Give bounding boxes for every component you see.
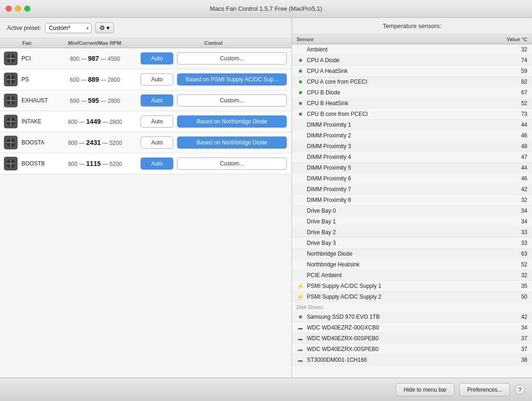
disk-name: WDC WD40EZRZ-00GXCB0 (307, 324, 495, 331)
disk-name: WDC WD40EZRX-00SPEB0 (307, 335, 495, 342)
sensor-name: DIMM Proximity 5 (307, 165, 495, 171)
custom-button[interactable]: Custom... (177, 94, 287, 107)
fan-name: INTAKE (21, 118, 54, 125)
sensor-name: CPU A Diode (307, 57, 495, 64)
sensor-value: 32 (495, 46, 527, 53)
fan-rpm: 800 — 2431 — 5200 (54, 139, 136, 146)
sensor-value: 73 (495, 111, 527, 117)
sensor-value: 33 (495, 229, 527, 236)
auto-button[interactable]: Auto (141, 73, 173, 86)
sensor-icon: ■ (297, 89, 304, 96)
fan-row: BOOSTA800 — 2431 — 5200AutoBased on Nort… (0, 132, 291, 153)
fan-name: PCI (21, 55, 54, 62)
fan-row: BOOSTB800 — 1115 — 5200AutoCustom... (0, 153, 291, 174)
sensor-icon (297, 121, 304, 129)
sensor-row: DIMM Proximity 447 (292, 152, 532, 163)
fan-control-cell: AutoCustom... (136, 94, 291, 107)
sensor-row: ⚡PSMI Supply AC/DC Supply 135 (292, 281, 532, 292)
sensor-icon (297, 186, 304, 193)
sensor-row: DIMM Proximity 832 (292, 195, 532, 206)
svg-point-11 (10, 121, 12, 123)
fan-icon (2, 113, 19, 130)
fan-icon (2, 134, 19, 151)
preset-select[interactable]: Custom* Auto Custom (45, 23, 92, 33)
sensor-icon (297, 175, 304, 182)
maximize-button[interactable] (24, 6, 30, 12)
sensor-row: PCIE Ambient32 (292, 270, 532, 281)
auto-button[interactable]: Auto (141, 52, 173, 64)
auto-button[interactable]: Auto (141, 94, 173, 107)
sensor-value: 48 (495, 143, 527, 150)
sensor-icon (297, 196, 304, 204)
window-title: Macs Fan Control 1.5.7 Free (MacPro5,1) (210, 5, 322, 12)
fan-icon (2, 50, 19, 67)
minimize-button[interactable] (15, 6, 21, 12)
disk-value: 34 (495, 324, 527, 331)
sensor-value: 74 (495, 57, 527, 64)
sensor-button[interactable]: Based on Northbridge Diode (177, 115, 287, 128)
sensor-row: DIMM Proximity 544 (292, 163, 532, 173)
sensor-name: CPU B core from PCECI (307, 111, 495, 117)
auto-button[interactable]: Auto (141, 136, 173, 149)
auto-button[interactable]: Auto (141, 115, 173, 128)
left-panel: Active preset: Custom* Auto Custom ⚙ ▾ F… (0, 18, 292, 378)
disk-value: 37 (495, 346, 527, 352)
fan-icon (2, 155, 19, 172)
sensor-value: 67 (495, 89, 527, 96)
fan-row: INTAKE600 — 1449 — 2800AutoBased on Nort… (0, 111, 291, 132)
fan-control-cell: AutoCustom... (136, 52, 291, 64)
sensor-row: ■CPU B core from PCECI73 (292, 109, 532, 120)
sensor-button[interactable]: Based on Northbridge Diode (177, 136, 287, 149)
sensor-row: Drive Bay 034 (292, 206, 532, 216)
svg-point-17 (10, 163, 12, 165)
sensor-icon: ■ (297, 110, 304, 118)
sensor-row: DIMM Proximity 646 (292, 173, 532, 184)
fan-control-cell: AutoCustom... (136, 158, 291, 170)
sensor-icon (297, 250, 304, 258)
disk-drive-row: ▬WDC WD40EZRX-00SPEB037 (292, 333, 532, 344)
fan-name: PS (21, 76, 54, 83)
disk-icon: ▬ (297, 335, 304, 342)
sensor-row: Northbridge Heatsink52 (292, 259, 532, 270)
sensor-name: Drive Bay 3 (307, 240, 495, 246)
fan-rpm: 800 — 987 — 4500 (54, 55, 136, 62)
fan-table-header: Fan Min/Current/Max RPM Control (0, 38, 291, 48)
fan-rpm: 800 — 1115 — 5200 (54, 160, 136, 167)
custom-button[interactable]: Custom... (177, 52, 287, 64)
svg-point-5 (10, 79, 12, 81)
disk-icon: ▬ (297, 345, 304, 353)
sensor-value: 63 (495, 251, 527, 257)
sensor-name: Drive Bay 1 (307, 218, 495, 225)
sensor-value: 35 (495, 283, 527, 289)
sensor-value: 34 (495, 218, 527, 225)
preferences-button[interactable]: Preferences... (459, 383, 510, 396)
sensor-name: CPU A HeatSink (307, 68, 495, 74)
sensor-name: CPU B HeatSink (307, 100, 495, 107)
sensor-icon (297, 272, 304, 279)
sensor-icon (297, 229, 304, 236)
sensor-value: 44 (495, 122, 527, 128)
help-button[interactable]: ? (515, 385, 525, 395)
sensor-name: DIMM Proximity 4 (307, 154, 495, 160)
auto-button[interactable]: Auto (141, 158, 173, 170)
gear-icon: ⚙ (99, 24, 105, 31)
sensor-row: Northbridge Diode63 (292, 249, 532, 259)
sensor-button[interactable]: Based on PSMI Supply AC/DC Sup... (177, 73, 287, 86)
gear-button[interactable]: ⚙ ▾ (95, 22, 114, 33)
sensor-name: Drive Bay 0 (307, 208, 495, 214)
sensor-name: CPU A core from PCECI (307, 79, 495, 85)
sensor-value: 47 (495, 154, 527, 160)
sensor-name: DIMM Proximity 1 (307, 122, 495, 128)
hide-to-menu-bar-button[interactable]: Hide to menu bar (396, 383, 454, 396)
custom-button[interactable]: Custom... (177, 158, 287, 170)
gear-dropdown-icon: ▾ (106, 24, 110, 31)
close-button[interactable] (6, 6, 12, 12)
fan-control-cell: AutoBased on Northbridge Diode (136, 115, 291, 128)
sensor-value: 32 (495, 197, 527, 203)
sensor-name: CPU B Diode (307, 89, 495, 96)
disk-value: 37 (495, 335, 527, 342)
preset-bar: Active preset: Custom* Auto Custom ⚙ ▾ (0, 18, 291, 38)
fan-control-cell: AutoBased on PSMI Supply AC/DC Sup... (136, 73, 291, 86)
col-header-fan: Fan (0, 40, 54, 46)
sensor-icon: ■ (297, 57, 304, 64)
